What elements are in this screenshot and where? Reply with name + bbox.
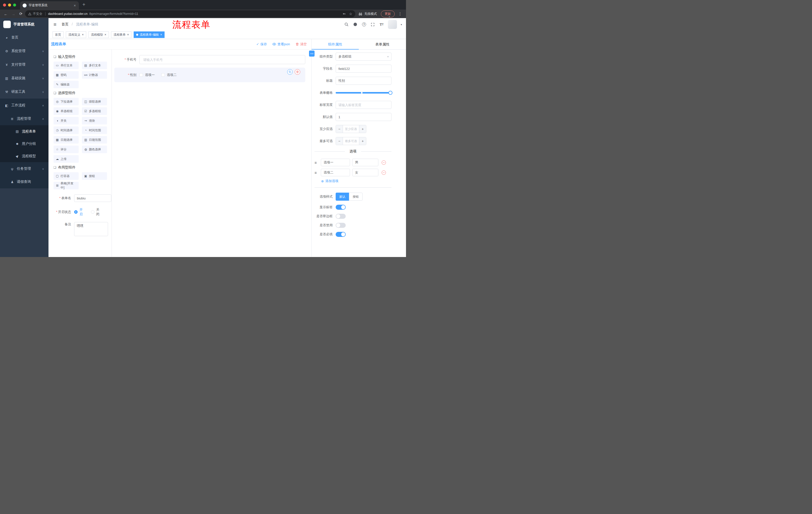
- copy-field-button[interactable]: [287, 69, 293, 75]
- phone-input[interactable]: [140, 55, 305, 64]
- status-on-radio[interactable]: [74, 210, 78, 214]
- window-zoom-button[interactable]: [13, 3, 16, 6]
- sidebar-item-task-mgmt[interactable]: ψ 任务管理 ∨: [0, 162, 49, 175]
- sidebar-item-process-model[interactable]: ▶ 流程模型: [0, 150, 49, 162]
- option-style-default-button[interactable]: 默认: [336, 193, 349, 201]
- reload-icon[interactable]: ⟳: [18, 11, 24, 16]
- palette-item-table[interactable]: ⊞表格[开发中]: [54, 182, 79, 189]
- security-label[interactable]: 不安全: [33, 12, 42, 16]
- tag-process-model[interactable]: 流程模型 ×: [88, 31, 109, 38]
- gender-option-1[interactable]: 选项一: [140, 73, 155, 77]
- tag-close-icon[interactable]: ×: [160, 33, 162, 36]
- remove-option-button[interactable]: −: [382, 160, 386, 165]
- drag-handle-icon[interactable]: ≡: [315, 170, 319, 175]
- palette-item-date-range[interactable]: ▥日期范围: [82, 136, 107, 143]
- palette-item-password[interactable]: ▩密码: [54, 71, 79, 79]
- palette-item-multi-line-text[interactable]: ▤多行文本: [82, 62, 107, 69]
- gender-option-2[interactable]: 选项二: [161, 73, 177, 77]
- key-icon[interactable]: [343, 12, 346, 16]
- option-style-button-button[interactable]: 按钮: [349, 193, 362, 201]
- add-option-button[interactable]: ⊕ 添加选项: [321, 179, 392, 183]
- field-phone[interactable]: *手机号: [114, 55, 305, 64]
- status-on-label[interactable]: 开启: [79, 208, 85, 217]
- palette-item-switch[interactable]: ◑开关: [54, 117, 79, 125]
- tag-process-form-edit[interactable]: 流程表单-编辑 ×: [134, 31, 165, 38]
- browser-menu-icon[interactable]: ⋮: [397, 11, 404, 16]
- palette-item-counter[interactable]: 123计数器: [82, 71, 107, 79]
- new-tab-button[interactable]: +: [79, 2, 85, 9]
- sidebar-item-system[interactable]: ⚙ 系统管理 ∨: [0, 44, 49, 58]
- remark-textarea[interactable]: 嘿嘿: [74, 222, 108, 236]
- tag-home[interactable]: 首页: [53, 31, 63, 38]
- sidebar-item-workflow[interactable]: ◧ 工作流程 ∧: [0, 99, 49, 112]
- address-bar[interactable]: 不安全 dashboard.yudao.iocoder.cn/bpm/manag…: [25, 10, 355, 17]
- tab-close-icon[interactable]: ×: [73, 3, 76, 7]
- label-width-input[interactable]: [336, 101, 392, 109]
- save-button[interactable]: ✓ 保存: [256, 42, 267, 47]
- clear-button[interactable]: 清空: [295, 42, 307, 47]
- delete-field-button[interactable]: [295, 69, 300, 75]
- remove-option-button[interactable]: −: [382, 170, 386, 175]
- slider-handle[interactable]: [388, 91, 393, 95]
- view-json-button[interactable]: 查看json: [272, 42, 290, 47]
- title-input[interactable]: [336, 77, 392, 85]
- disabled-switch[interactable]: [336, 223, 346, 228]
- status-off-radio[interactable]: [91, 210, 94, 214]
- breadcrumb-home[interactable]: 首页: [62, 22, 68, 26]
- increase-button[interactable]: +: [359, 125, 366, 133]
- browser-tab[interactable]: 芋道管理系统 ×: [20, 1, 79, 9]
- tag-process-form[interactable]: 流程表单 ×: [111, 31, 132, 38]
- update-button[interactable]: 更新: [381, 10, 395, 17]
- tag-close-icon[interactable]: ×: [105, 33, 106, 36]
- show-label-switch[interactable]: [336, 205, 346, 210]
- option-label-input[interactable]: [321, 169, 350, 176]
- palette-item-time[interactable]: ◷时间选择: [54, 127, 79, 134]
- palette-item-checkbox-group[interactable]: ☑多选框组: [82, 107, 107, 115]
- sidebar-item-leave-query[interactable]: ♟ 请假查询: [0, 175, 49, 188]
- form-canvas[interactable]: *手机号 *性别: [112, 50, 311, 257]
- palette-item-cascader[interactable]: ◫级联选择: [82, 98, 107, 105]
- component-type-select[interactable]: 多选框组 ▾: [336, 53, 392, 61]
- increase-button[interactable]: +: [359, 137, 366, 145]
- help-icon[interactable]: ?: [361, 22, 367, 27]
- tag-close-icon[interactable]: ×: [127, 33, 129, 36]
- palette-item-color[interactable]: ◍颜色选择: [82, 145, 107, 153]
- sidebar-item-user-group[interactable]: ☻ 用户分组: [0, 138, 49, 150]
- palette-item-date[interactable]: ▦日期选择: [54, 136, 79, 143]
- sidebar-item-payment[interactable]: ¥ 支付管理 ∨: [0, 58, 49, 72]
- palette-item-editor[interactable]: ✎编辑器: [54, 81, 79, 88]
- min-select-value[interactable]: 至少应选: [343, 125, 359, 133]
- palette-item-upload[interactable]: ☁上传: [54, 155, 79, 163]
- max-select-value[interactable]: 最多可选: [343, 137, 359, 145]
- forward-icon[interactable]: →: [10, 12, 17, 16]
- checkbox-icon[interactable]: [140, 73, 143, 77]
- back-icon[interactable]: ←: [2, 12, 9, 16]
- search-icon[interactable]: [344, 22, 349, 27]
- window-close-button[interactable]: [3, 3, 6, 6]
- decrease-button[interactable]: −: [336, 125, 343, 133]
- font-size-icon[interactable]: TT: [379, 22, 384, 27]
- slider-rail[interactable]: [336, 92, 392, 93]
- option-value-input[interactable]: [352, 159, 378, 166]
- status-off-label[interactable]: 关闭: [96, 208, 102, 217]
- palette-item-radio-group[interactable]: ◉单选框组: [54, 107, 79, 115]
- sidebar-item-home[interactable]: ◕ 首页: [0, 31, 49, 44]
- sidebar-toggle-icon[interactable]: ≡: [53, 22, 58, 27]
- sidebar-item-devtools[interactable]: ⚒ 研发工具 ∨: [0, 85, 49, 99]
- option-value-input[interactable]: [352, 169, 378, 176]
- sidebar-item-infra[interactable]: ▥ 基础设施 ∨: [0, 72, 49, 85]
- palette-item-select[interactable]: ◎下拉选择: [54, 98, 79, 105]
- sidebar-item-process-form[interactable]: ▤ 流程表单: [0, 125, 49, 138]
- decrease-button[interactable]: −: [336, 137, 343, 145]
- tab-component-props[interactable]: 组件属性: [312, 39, 359, 49]
- palette-item-time-range[interactable]: ◔时间范围: [82, 127, 107, 134]
- checkbox-icon[interactable]: [161, 73, 165, 77]
- link-icon[interactable]: [309, 51, 315, 57]
- tag-process-definition[interactable]: 流程定义 ×: [66, 31, 86, 38]
- field-name-input[interactable]: [336, 64, 392, 73]
- github-icon[interactable]: [353, 22, 358, 27]
- palette-item-slider[interactable]: ⊸滑块: [82, 117, 107, 125]
- form-name-input[interactable]: [74, 194, 111, 202]
- window-minimize-button[interactable]: [8, 3, 11, 6]
- border-switch[interactable]: [336, 214, 346, 219]
